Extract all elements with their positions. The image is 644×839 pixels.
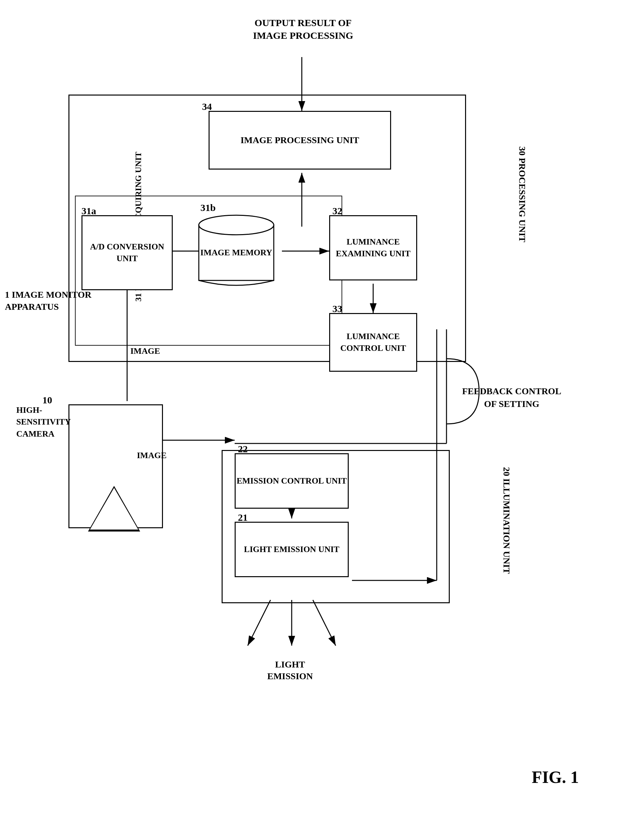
illumination-unit-label: 20 ILLUMINATION UNIT: [501, 467, 512, 574]
ad-conversion-box: A/D CONVERSION UNIT: [82, 215, 173, 290]
im-number: 31b: [200, 202, 216, 213]
emission-control-box: EMISSION CONTROL UNIT: [235, 453, 349, 509]
camera-triangle-inner: [90, 488, 138, 530]
image-memory-label: IMAGE MEMORY: [200, 247, 273, 258]
camera-label: HIGH- SENSITIVITY CAMERA: [16, 404, 75, 440]
light-emission-box: LIGHT EMISSION UNIT: [235, 522, 349, 577]
image-memory-cylinder: IMAGE MEMORY: [196, 212, 277, 293]
camera-number: 10: [43, 395, 52, 406]
lc-number: 33: [332, 303, 342, 314]
image-label-2: IMAGE: [137, 450, 166, 461]
svg-line-12: [313, 600, 336, 646]
output-result-label: OUTPUT RESULT OF IMAGE PROCESSING: [212, 16, 394, 42]
image-label-1: IMAGE: [130, 345, 160, 357]
diagram: OUTPUT RESULT OF IMAGE PROCESSING 1 IMAG…: [0, 0, 644, 839]
svg-point-18: [199, 215, 274, 235]
processing-unit-label: 30 PROCESSING UNIT: [517, 146, 527, 242]
image-processing-unit-box: IMAGE PROCESSING UNIT: [209, 111, 391, 169]
ec-number: 22: [238, 444, 248, 454]
le-number: 32: [332, 206, 342, 217]
feedback-label: FEEDBACK CONTROL OF SETTING: [450, 385, 573, 410]
ipu-number: 34: [202, 101, 212, 112]
fig-label: FIG. 1: [532, 768, 579, 787]
le-unit-number: 21: [238, 512, 248, 523]
luminance-examining-box: LUMINANCE EXAMINING UNIT: [329, 215, 417, 280]
svg-line-10: [248, 600, 271, 646]
light-emission-label: LIGHT EMISSION: [267, 659, 313, 683]
ad-number: 31a: [82, 206, 96, 217]
luminance-control-box: LUMINANCE CONTROL UNIT: [329, 313, 417, 372]
